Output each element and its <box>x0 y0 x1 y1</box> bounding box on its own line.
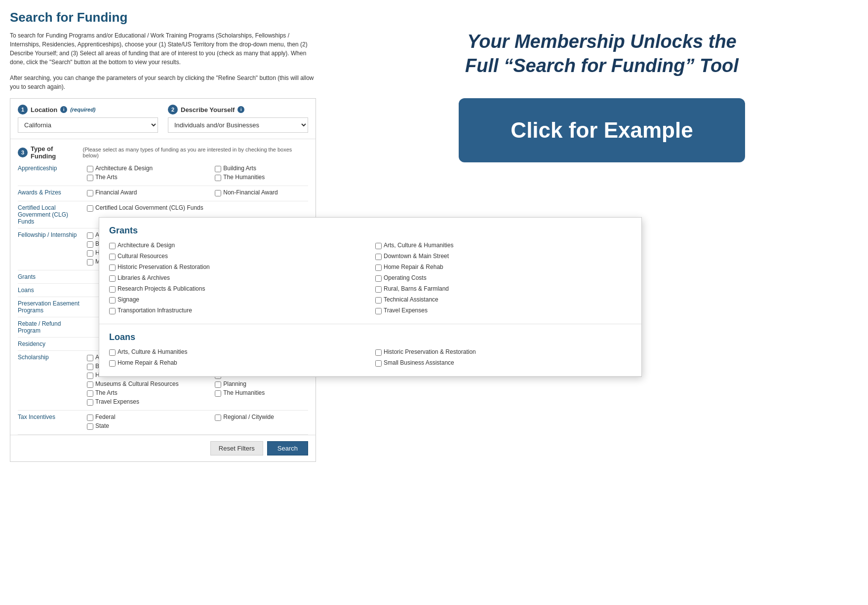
cb-archaeology-fi[interactable] <box>87 232 93 239</box>
step-3-circle: 3 <box>18 148 28 157</box>
checkbox-col: Architecture & Design The Arts <box>87 162 215 186</box>
table-row: Awards & Prizes Financial Award Non-Fina… <box>18 186 308 201</box>
overlay-loans-title: Loans <box>109 332 631 342</box>
cb-historic-pres-fi[interactable] <box>87 250 93 257</box>
cb-home-repair-gr[interactable] <box>375 265 382 271</box>
cb-the-arts-app[interactable] <box>87 175 93 181</box>
cb-rural-gr[interactable] <box>375 286 382 293</box>
cb-humanities-app[interactable] <box>215 175 221 181</box>
cb-historic-pres-sc[interactable] <box>87 373 93 379</box>
cb-historic-pres-lo[interactable] <box>375 349 382 356</box>
step-2-circle: 2 <box>168 105 178 114</box>
description-2: After searching, you can change the para… <box>10 74 316 91</box>
cb-small-biz-lo[interactable] <box>375 360 382 367</box>
category-rebate: Rebate / Refund Program <box>18 317 87 338</box>
cb-architecture-design-app[interactable] <box>87 166 93 172</box>
loans-checkboxes: Arts, Culture & Humanities Historic Pres… <box>109 348 631 368</box>
cb-planning-sc[interactable] <box>215 381 221 388</box>
location-group: 1 Location i (required) California Alaba… <box>18 105 158 133</box>
location-select[interactable]: California Alabama Alaska Arizona <box>18 117 158 133</box>
category-fellowship: Fellowship / Internship <box>18 228 87 270</box>
cb-arts-sc[interactable] <box>87 390 93 397</box>
checkbox-col: Non-Financial Award <box>215 186 308 201</box>
category-tax: Tax Incentives <box>18 411 87 435</box>
page-title: Search for Funding <box>10 10 316 25</box>
cb-building-arts-app[interactable] <box>215 166 221 172</box>
category-scholarship: Scholarship <box>18 351 87 411</box>
cb-downtown-gr[interactable] <box>375 254 382 260</box>
cb-humanities-sc[interactable] <box>215 390 221 397</box>
table-row: Tax Incentives Federal State Regional / … <box>18 411 308 435</box>
category-apprenticeship: Apprenticeship <box>18 162 87 186</box>
cb-travel-sc[interactable] <box>87 399 93 406</box>
description-1: To search for Funding Programs and/or Ed… <box>10 31 316 67</box>
checkbox-col: Federal State <box>87 411 215 435</box>
grants-loans-overlay: Grants Architecture & Design Arts, Cultu… <box>99 217 642 377</box>
location-label: Location <box>31 106 57 113</box>
category-grants: Grants <box>18 270 87 284</box>
overlay-grants-section: Grants Architecture & Design Arts, Cultu… <box>99 218 641 324</box>
cb-transportation-gr[interactable] <box>109 308 116 314</box>
cb-arts-culture-gr[interactable] <box>375 243 382 249</box>
cb-historic-pres-gr[interactable] <box>109 265 116 271</box>
category-clg: Certified Local Government (CLG) Funds <box>18 201 87 228</box>
category-awards: Awards & Prizes <box>18 186 87 201</box>
required-label: (required) <box>70 107 95 113</box>
cb-research-gr[interactable] <box>109 286 116 293</box>
category-residency: Residency <box>18 338 87 351</box>
cb-signage-gr[interactable] <box>109 297 116 303</box>
describe-group: 2 Describe Yourself i Individuals and/or… <box>168 105 308 133</box>
cb-clg-funds[interactable] <box>87 205 93 212</box>
cb-financial-award[interactable] <box>87 190 93 196</box>
location-info-icon[interactable]: i <box>60 106 67 113</box>
checkbox-col: Financial Award <box>87 186 215 201</box>
cb-arts-culture-lo[interactable] <box>109 349 116 356</box>
search-button[interactable]: Search <box>267 441 308 455</box>
cb-state-tax[interactable] <box>87 423 93 430</box>
cb-non-financial-award[interactable] <box>215 190 221 196</box>
cta-button[interactable]: Click for Example <box>459 98 745 162</box>
cb-home-repair-lo[interactable] <box>109 360 116 367</box>
cb-federal-tax[interactable] <box>87 415 93 421</box>
describe-info-icon[interactable]: i <box>237 106 244 113</box>
cb-arch-design-gr[interactable] <box>109 243 116 249</box>
cb-museums-fi[interactable] <box>87 259 93 265</box>
cb-regional-tax[interactable] <box>215 415 221 421</box>
category-loans: Loans <box>18 284 87 297</box>
checkbox-col: Regional / Citywide <box>215 411 308 435</box>
cta-title: Your Membership Unlocks the Full “Search… <box>454 30 750 78</box>
grants-checkboxes: Architecture & Design Arts, Culture & Hu… <box>109 242 631 316</box>
cb-museums-sc[interactable] <box>87 381 93 388</box>
cb-building-arts-fi[interactable] <box>87 241 93 248</box>
step-1-circle: 1 <box>18 105 28 114</box>
cb-archaeology-sc[interactable] <box>87 355 93 361</box>
cb-cultural-resources-gr[interactable] <box>109 254 116 260</box>
describe-select[interactable]: Individuals and/or Businesses Government… <box>168 117 308 133</box>
category-preservation-easement: Preservation Easement Programs <box>18 297 87 317</box>
cb-libraries-gr[interactable] <box>109 275 116 282</box>
type-funding-note: (Please select as many types of funding … <box>83 147 308 158</box>
cb-building-arts-sc[interactable] <box>87 364 93 370</box>
checkbox-col: Building Arts The Humanities <box>215 162 308 186</box>
type-funding-label: Type of Funding <box>31 145 80 160</box>
cb-technical-gr[interactable] <box>375 297 382 303</box>
table-row: Apprenticeship Architecture & Design The… <box>18 162 308 186</box>
cb-operating-gr[interactable] <box>375 275 382 282</box>
reset-button[interactable]: Reset Filters <box>210 441 263 455</box>
overlay-grants-title: Grants <box>109 226 631 236</box>
cb-travel-gr[interactable] <box>375 308 382 314</box>
describe-label: Describe Yourself <box>181 106 235 113</box>
button-row: Reset Filters Search <box>10 435 316 461</box>
overlay-loans-section: Loans Arts, Culture & Humanities Histori… <box>99 324 641 377</box>
